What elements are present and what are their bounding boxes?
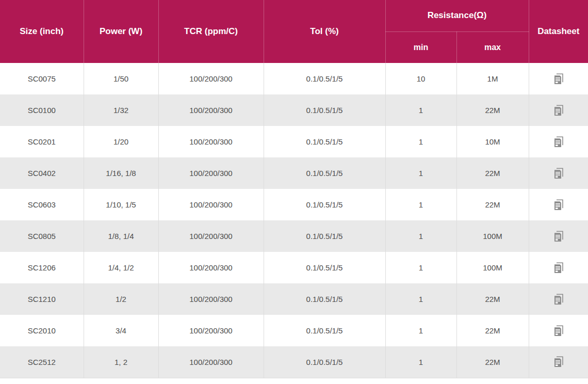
cell-max: 100M	[456, 220, 529, 252]
cell-tcr: 100/200/300	[158, 126, 264, 157]
cell-min: 1	[385, 189, 456, 220]
cell-tcr: 100/200/300	[158, 252, 264, 283]
datasheet-download-button[interactable]	[551, 197, 566, 213]
table-row: SC0100 1/32 100/200/300 0.1/0.5/1/5 1 22…	[0, 94, 588, 126]
cell-datasheet	[529, 220, 588, 252]
cell-power: 1/8, 1/4	[84, 220, 158, 252]
cell-size: SC1206	[0, 252, 84, 283]
document-copy-icon	[553, 104, 564, 117]
table-row: SC0201 1/20 100/200/300 0.1/0.5/1/5 1 10…	[0, 126, 588, 157]
resistor-spec-table: Size (inch) Power (W) TCR (ppm/C) Tol (%…	[0, 0, 588, 378]
cell-datasheet	[529, 189, 588, 220]
cell-tol: 0.1/0.5/1/5	[264, 315, 385, 346]
cell-tcr: 100/200/300	[158, 315, 264, 346]
cell-tol: 0.1/0.5/1/5	[264, 189, 385, 220]
cell-datasheet	[529, 63, 588, 94]
cell-size: SC0075	[0, 63, 84, 94]
cell-power: 1/2	[84, 283, 158, 315]
cell-max: 22M	[456, 189, 529, 220]
cell-max: 22M	[456, 315, 529, 346]
cell-tcr: 100/200/300	[158, 94, 264, 126]
cell-min: 1	[385, 252, 456, 283]
cell-power: 1, 2	[84, 346, 158, 378]
cell-min: 1	[385, 126, 456, 157]
cell-min: 1	[385, 346, 456, 378]
cell-max: 10M	[456, 126, 529, 157]
document-copy-icon	[553, 262, 564, 274]
document-copy-icon	[553, 293, 564, 306]
document-copy-icon	[553, 136, 564, 148]
datasheet-download-button[interactable]	[551, 354, 566, 370]
document-copy-icon	[553, 356, 564, 368]
cell-min: 1	[385, 315, 456, 346]
document-copy-icon	[553, 325, 564, 337]
cell-tol: 0.1/0.5/1/5	[264, 63, 385, 94]
cell-min: 1	[385, 283, 456, 315]
table-body: SC0075 1/50 100/200/300 0.1/0.5/1/5 10 1…	[0, 63, 588, 378]
document-copy-icon	[553, 199, 564, 211]
cell-size: SC0402	[0, 157, 84, 189]
cell-power: 1/16, 1/8	[84, 157, 158, 189]
col-header-power: Power (W)	[84, 0, 158, 63]
cell-datasheet	[529, 283, 588, 315]
cell-power: 1/50	[84, 63, 158, 94]
cell-size: SC1210	[0, 283, 84, 315]
table-row: SC2512 1, 2 100/200/300 0.1/0.5/1/5 1 22…	[0, 346, 588, 378]
cell-tol: 0.1/0.5/1/5	[264, 220, 385, 252]
cell-datasheet	[529, 157, 588, 189]
table-row: SC0402 1/16, 1/8 100/200/300 0.1/0.5/1/5…	[0, 157, 588, 189]
cell-size: SC0201	[0, 126, 84, 157]
cell-tcr: 100/200/300	[158, 346, 264, 378]
cell-tcr: 100/200/300	[158, 63, 264, 94]
cell-tcr: 100/200/300	[158, 283, 264, 315]
cell-power: 3/4	[84, 315, 158, 346]
cell-datasheet	[529, 126, 588, 157]
cell-power: 1/20	[84, 126, 158, 157]
cell-max: 22M	[456, 94, 529, 126]
cell-size: SC2010	[0, 315, 84, 346]
cell-max: 22M	[456, 157, 529, 189]
cell-tol: 0.1/0.5/1/5	[264, 94, 385, 126]
col-header-max: max	[456, 31, 529, 63]
datasheet-download-button[interactable]	[551, 323, 566, 339]
datasheet-download-button[interactable]	[551, 166, 566, 181]
cell-max: 1M	[456, 63, 529, 94]
table-row: SC0603 1/10, 1/5 100/200/300 0.1/0.5/1/5…	[0, 189, 588, 220]
datasheet-download-button[interactable]	[551, 103, 566, 118]
col-header-datasheet: Datasheet	[529, 0, 588, 63]
col-header-resistance: Resistance(Ω)	[385, 0, 529, 31]
cell-tol: 0.1/0.5/1/5	[264, 252, 385, 283]
cell-max: 22M	[456, 346, 529, 378]
cell-max: 22M	[456, 283, 529, 315]
cell-max: 100M	[456, 252, 529, 283]
table-row: SC2010 3/4 100/200/300 0.1/0.5/1/5 1 22M	[0, 315, 588, 346]
cell-datasheet	[529, 252, 588, 283]
table-row: SC0805 1/8, 1/4 100/200/300 0.1/0.5/1/5 …	[0, 220, 588, 252]
datasheet-download-button[interactable]	[551, 134, 566, 150]
col-header-tcr: TCR (ppm/C)	[158, 0, 264, 63]
table-row: SC0075 1/50 100/200/300 0.1/0.5/1/5 10 1…	[0, 63, 588, 94]
cell-power: 1/10, 1/5	[84, 189, 158, 220]
cell-size: SC0805	[0, 220, 84, 252]
datasheet-download-button[interactable]	[551, 229, 566, 244]
cell-tcr: 100/200/300	[158, 157, 264, 189]
datasheet-download-button[interactable]	[551, 71, 566, 87]
table-header: Size (inch) Power (W) TCR (ppm/C) Tol (%…	[0, 0, 588, 63]
document-copy-icon	[553, 167, 564, 180]
cell-datasheet	[529, 315, 588, 346]
cell-tol: 0.1/0.5/1/5	[264, 346, 385, 378]
col-header-tol: Tol (%)	[264, 0, 385, 63]
cell-size: SC0603	[0, 189, 84, 220]
cell-min: 1	[385, 157, 456, 189]
datasheet-download-button[interactable]	[551, 292, 566, 307]
cell-datasheet	[529, 94, 588, 126]
datasheet-download-button[interactable]	[551, 260, 566, 276]
document-copy-icon	[553, 230, 564, 243]
table-row: SC1206 1/4, 1/2 100/200/300 0.1/0.5/1/5 …	[0, 252, 588, 283]
cell-power: 1/32	[84, 94, 158, 126]
cell-datasheet	[529, 346, 588, 378]
cell-tcr: 100/200/300	[158, 220, 264, 252]
cell-power: 1/4, 1/2	[84, 252, 158, 283]
col-header-size: Size (inch)	[0, 0, 84, 63]
cell-tol: 0.1/0.5/1/5	[264, 157, 385, 189]
